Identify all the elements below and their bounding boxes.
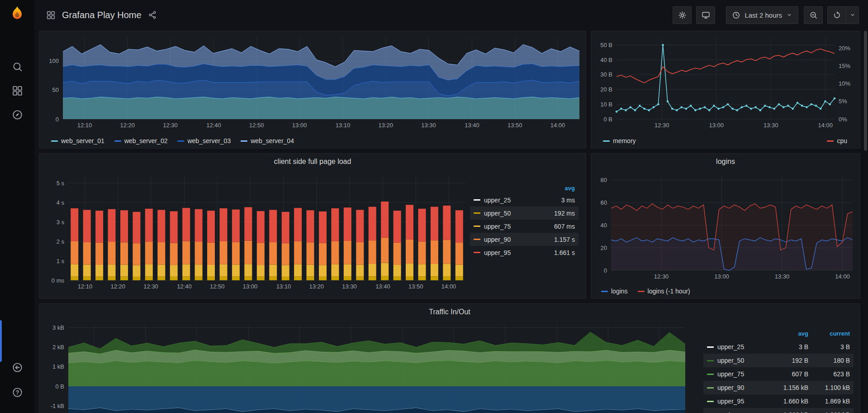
explore-icon-button[interactable] (0, 104, 34, 125)
panel-title-logins[interactable]: logins (591, 154, 860, 170)
dashboard-settings-button[interactable] (673, 6, 692, 24)
series-color-swatch (114, 140, 121, 142)
panel-title-page-load[interactable]: client side full page load (39, 154, 586, 170)
help-icon-button[interactable]: ? (0, 381, 34, 403)
refresh-interval-dropdown[interactable] (846, 6, 859, 24)
svg-text:3 s: 3 s (57, 219, 65, 226)
legend-row-upper_50[interactable]: upper_50192 B180 B (703, 354, 854, 367)
legend-column-avg[interactable]: avg (767, 330, 808, 337)
series-color-swatch (707, 360, 714, 361)
panel-traffic: Traffic In/Out 3 kB2 kB1 kB0 B-1 kB-2 kB… (39, 303, 860, 413)
grafana-app: ? Grafana Play Home (0, 0, 868, 413)
page-load-chart[interactable]: 12:1012:2012:3012:4012:5013:0013:1013:20… (42, 171, 472, 294)
svg-text:15%: 15% (839, 62, 850, 69)
series-color-swatch (177, 140, 184, 142)
svg-text:0%: 0% (839, 116, 847, 123)
refresh-button-group (827, 6, 859, 24)
legend-value: 180 B (808, 357, 850, 364)
legend-item-web_server_03[interactable]: web_server_03 (177, 137, 231, 144)
svg-text:?: ? (15, 389, 19, 395)
svg-text:12:20: 12:20 (120, 122, 135, 129)
series-color-swatch (707, 374, 714, 375)
legend-row-upper_75[interactable]: upper_75607 ms (470, 220, 579, 233)
svg-text:13:20: 13:20 (309, 283, 324, 290)
web-servers-legend: web_server_01web_server_02web_server_03w… (39, 137, 586, 144)
legend-item-cpu[interactable]: cpu (827, 137, 847, 144)
svg-text:12:50: 12:50 (249, 122, 264, 129)
search-icon-button[interactable] (0, 56, 34, 77)
cycle-view-mode-button[interactable] (696, 6, 715, 24)
dashboards-icon-button[interactable] (0, 80, 34, 101)
legend-item-logins[interactable]: logins (601, 288, 628, 295)
series-color-swatch (827, 140, 834, 142)
svg-text:12:40: 12:40 (177, 283, 192, 290)
legend-column-current[interactable]: current (808, 330, 850, 337)
panel-web-servers: 12:1012:2012:3012:4012:5013:0013:1013:20… (39, 31, 586, 149)
gear-icon (678, 11, 687, 19)
legend-row-upper_90[interactable]: upper_901.156 kB1.100 kB (703, 381, 854, 394)
share-dashboard-button[interactable] (148, 10, 157, 19)
legend-value: 192 B (767, 357, 808, 364)
svg-text:14:00: 14:00 (835, 273, 850, 280)
search-icon (12, 61, 23, 72)
svg-text:13:00: 13:00 (243, 283, 258, 290)
svg-text:12:10: 12:10 (78, 283, 93, 290)
svg-text:10 B: 10 B (600, 101, 612, 108)
page-scrollbar-thumb[interactable] (864, 31, 867, 151)
top-header: Grafana Play Home (34, 0, 868, 30)
legend-row-upper_25[interactable]: upper_253 B3 B (703, 340, 854, 354)
dashboard-squares-icon[interactable] (46, 10, 56, 20)
legend-table-header: avg (470, 182, 579, 193)
legend-row-upper_75[interactable]: upper_75607 B623 B (703, 367, 854, 381)
series-color-swatch (474, 212, 480, 214)
memory-cpu-legend: memory cpu (591, 137, 860, 144)
svg-text:60: 60 (601, 199, 607, 206)
svg-text:12:40: 12:40 (206, 122, 221, 129)
panel-page-load: client side full page load 12:1012:2012:… (39, 153, 586, 299)
series-color-swatch (474, 252, 480, 253)
legend-row-upper_50[interactable]: upper_50192 ms (470, 206, 579, 220)
series-color-swatch (601, 291, 608, 292)
svg-text:13:30: 13:30 (775, 273, 790, 280)
svg-text:0: 0 (56, 116, 59, 123)
svg-text:13:50: 13:50 (408, 283, 423, 290)
svg-text:12:30: 12:30 (163, 122, 178, 129)
web-servers-chart[interactable]: 12:1012:2012:3012:4012:5013:0013:1013:20… (41, 34, 584, 131)
zoom-out-time-button[interactable] (804, 6, 823, 24)
legend-item-web_server_01[interactable]: web_server_01 (51, 137, 104, 144)
svg-text:10%: 10% (839, 80, 850, 87)
legend-value: 3 ms (533, 197, 575, 204)
dashboard-title[interactable]: Grafana Play Home (62, 10, 142, 20)
legend-row-upper_90[interactable]: upper_901.157 s (470, 233, 579, 246)
refresh-icon (833, 11, 841, 19)
svg-text:0 B: 0 B (55, 383, 64, 390)
svg-text:12:50: 12:50 (210, 283, 225, 290)
svg-text:20 B: 20 B (600, 86, 612, 93)
legend-column-avg[interactable]: avg (533, 185, 575, 192)
legend-row-upper_95[interactable]: upper_951.661 s (470, 246, 579, 259)
sign-in-icon-button[interactable] (0, 356, 34, 378)
memory-cpu-chart[interactable]: 12:3013:0013:3014:000 B10 B20 B30 B40 B5… (593, 34, 859, 131)
time-range-picker[interactable]: Last 2 hours (726, 6, 798, 24)
legend-row-upper_95[interactable]: upper_951.660 kB1.869 kB (703, 394, 854, 408)
compass-icon (12, 109, 23, 120)
series-color-swatch (707, 387, 714, 389)
logins-chart[interactable]: 12:3013:0013:3014:00020406080 (593, 171, 859, 282)
refresh-dashboard-button[interactable] (827, 6, 846, 24)
share-icon (148, 10, 157, 19)
legend-item-memory[interactable]: memory (603, 137, 636, 144)
legend-item-web_server_02[interactable]: web_server_02 (114, 137, 168, 144)
grafana-logo-icon[interactable] (7, 5, 27, 24)
legend-item-web_server_04[interactable]: web_server_04 (241, 137, 294, 144)
legend-row-cpu1[interactable]: cpu11.660 kB1.869 kB (703, 408, 854, 413)
panel-memory-cpu: 12:3013:0013:3014:000 B10 B20 B30 B40 B5… (591, 31, 860, 149)
legend-row-upper_25[interactable]: upper_253 ms (470, 193, 579, 206)
series-color-swatch (707, 401, 714, 402)
legend-value: 1.869 kB (808, 398, 850, 405)
svg-text:13:30: 13:30 (421, 122, 436, 129)
traffic-chart[interactable]: 3 kB2 kB1 kB0 B-1 kB-2 kB (42, 321, 689, 413)
svg-text:0 ms: 0 ms (52, 277, 65, 284)
legend-item-logins (-1 hour)[interactable]: logins (-1 hour) (638, 288, 690, 295)
arrow-left-circle-icon (12, 362, 23, 373)
panel-title-traffic[interactable]: Traffic In/Out (39, 304, 860, 320)
